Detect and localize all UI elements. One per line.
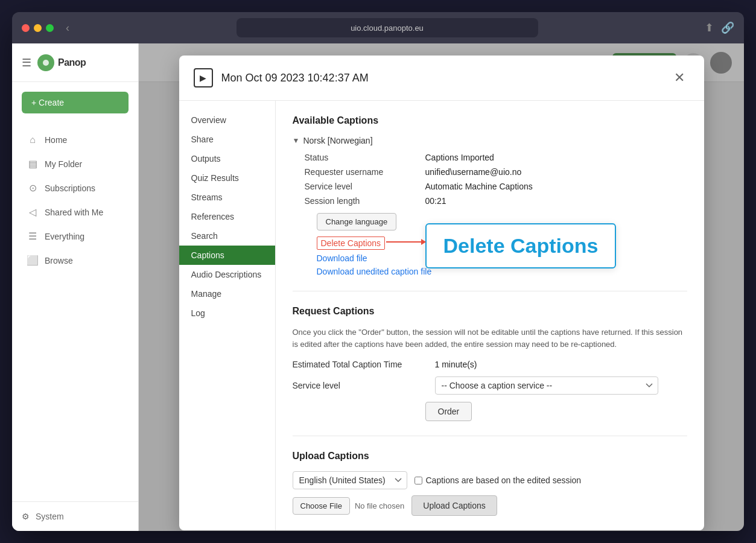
modal-nav-references[interactable]: References — [179, 207, 275, 226]
upload-captions-title: Upload Captions — [293, 451, 687, 462]
sidebar-item-everything[interactable]: ☰ Everything — [17, 224, 133, 248]
edited-session-checkbox[interactable] — [415, 477, 422, 484]
delete-captions-link[interactable]: Delete Captions — [317, 237, 386, 250]
system-label: System — [36, 512, 64, 521]
estimated-value: 1 minute(s) — [435, 360, 477, 369]
detail-row-service-level: Service level Automatic Machine Captions — [305, 182, 687, 191]
browser-actions: ⬆ 🔗 — [705, 21, 734, 34]
edited-session-checkbox-label[interactable]: Captions are based on the edited session — [415, 475, 582, 485]
requester-label: Requester username — [305, 167, 425, 177]
status-value: Captions Imported — [425, 153, 494, 162]
url-text: uio.cloud.panopto.eu — [351, 24, 424, 33]
logo-icon — [37, 54, 54, 71]
app-content: ☰ Panop + Create ⌂ Home ▤ — [12, 43, 744, 531]
back-icon[interactable]: ‹ — [66, 22, 69, 34]
modal-nav-share[interactable]: Share — [179, 130, 275, 149]
sidebar-header: ☰ Panop — [12, 43, 138, 82]
upload-row-2: Choose File No file chosen Upload Captio… — [293, 495, 687, 516]
home-icon: ⌂ — [27, 135, 39, 145]
delete-captions-tooltip: Delete Captions — [425, 223, 617, 268]
modal-nav-outputs[interactable]: Outputs — [179, 149, 275, 168]
traffic-lights — [22, 24, 54, 32]
subscriptions-icon: ⊙ — [27, 182, 39, 194]
modal-nav-streams[interactable]: Streams — [179, 188, 275, 207]
estimated-time-row: Estimated Total Caption Time 1 minute(s) — [293, 360, 687, 369]
upload-captions-section: Upload Captions English (United States) … — [293, 451, 687, 516]
address-bar[interactable]: uio.cloud.panopto.eu — [237, 18, 538, 37]
caption-service-select[interactable]: -- Choose a caption service -- — [435, 376, 658, 395]
caption-actions: Change language Delete Captions — [317, 213, 687, 276]
modal-dialog: ▶ Mon Oct 09 2023 10:42:37 AM ✕ Overview… — [179, 56, 704, 530]
upload-captions-button[interactable]: Upload Captions — [411, 495, 497, 516]
choose-file-button[interactable]: Choose File — [293, 497, 350, 515]
main-content: + Subscribe ? ▶ Mon Oct 09 2023 10:42:37… — [139, 43, 744, 531]
close-button-traffic[interactable] — [22, 24, 30, 32]
service-level-form-label: Service level — [293, 381, 425, 390]
sidebar-footer: ⚙ System — [12, 501, 138, 531]
modal-nav-captions[interactable]: Captions — [179, 246, 275, 265]
change-language-button[interactable]: Change language — [317, 213, 397, 230]
create-button[interactable]: + Create — [22, 92, 129, 113]
video-icon: ▶ — [194, 68, 213, 87]
system-icon: ⚙ — [22, 512, 30, 521]
browse-icon: ⬜ — [27, 255, 39, 266]
session-length-label: Session length — [305, 196, 425, 206]
detail-row-requester: Requester username unified\username@uio.… — [305, 167, 687, 177]
upload-row-1: English (United States) Captions are bas… — [293, 471, 687, 489]
no-file-text: No file chosen — [355, 501, 404, 510]
expand-arrow-icon[interactable]: ▼ — [293, 136, 300, 145]
sidebar-item-browse[interactable]: ⬜ Browse — [17, 249, 133, 272]
modal-nav-quiz-results[interactable]: Quiz Results — [179, 168, 275, 188]
language-name: Norsk [Norwegian] — [303, 136, 372, 145]
requester-value: unified\username@uio.no — [425, 167, 522, 177]
everything-icon: ☰ — [27, 230, 39, 242]
modal-nav-overview[interactable]: Overview — [179, 110, 275, 130]
modal-header: ▶ Mon Oct 09 2023 10:42:37 AM ✕ — [179, 56, 704, 101]
sidebar-item-my-folder[interactable]: ▤ My Folder — [17, 152, 133, 176]
available-captions-section: Available Captions ▼ Norsk [Norwegian] S… — [293, 115, 687, 276]
sidebar-item-system[interactable]: ⚙ System — [22, 512, 129, 521]
minimize-button-traffic[interactable] — [34, 24, 42, 32]
detail-row-status: Status Captions Imported — [305, 153, 687, 162]
caption-details: Status Captions Imported Requester usern… — [305, 153, 687, 276]
modal-nav-manage[interactable]: Manage — [179, 284, 275, 303]
service-level-value: Automatic Machine Captions — [425, 182, 533, 191]
modal-close-button[interactable]: ✕ — [669, 68, 690, 88]
modal-title: Mon Oct 09 2023 10:42:37 AM — [221, 72, 661, 84]
request-captions-section: Request Captions Once you click the "Ord… — [293, 306, 687, 421]
share-icon: ◁ — [27, 206, 39, 218]
modal-nav-audio-descriptions[interactable]: Audio Descriptions — [179, 265, 275, 284]
share-icon[interactable]: ⬆ — [705, 21, 714, 34]
file-input-wrapper: Choose File No file chosen — [293, 497, 405, 515]
svg-point-0 — [43, 60, 49, 66]
request-captions-title: Request Captions — [293, 306, 687, 317]
modal-nav-search[interactable]: Search — [179, 226, 275, 246]
maximize-button-traffic[interactable] — [46, 24, 54, 32]
modal-overlay: ▶ Mon Oct 09 2023 10:42:37 AM ✕ Overview… — [139, 43, 744, 531]
delete-captions-wrapper: Delete Captions Delete — [317, 237, 687, 250]
upload-language-select[interactable]: English (United States) — [293, 471, 407, 489]
request-description: Once you click the "Order" button, the s… — [293, 326, 687, 350]
browser-window: ‹ uio.cloud.panopto.eu ⬆ 🔗 ☰ Panop — [12, 12, 744, 531]
sidebar: ☰ Panop + Create ⌂ Home ▤ — [12, 43, 139, 531]
available-captions-title: Available Captions — [293, 115, 687, 126]
checkbox-label-text: Captions are based on the edited session — [426, 475, 582, 485]
order-button[interactable]: Order — [425, 402, 472, 421]
modal-nav-log[interactable]: Log — [179, 303, 275, 323]
sidebar-nav: ⌂ Home ▤ My Folder ⊙ Subscriptions ◁ Sha… — [12, 123, 138, 501]
session-length-value: 00:21 — [425, 196, 446, 206]
browser-titlebar: ‹ uio.cloud.panopto.eu ⬆ 🔗 — [12, 12, 744, 43]
caption-language: ▼ Norsk [Norwegian] Status Captions Impo… — [293, 136, 687, 276]
sidebar-item-shared-with-me[interactable]: ◁ Shared with Me — [17, 200, 133, 224]
bookmark-icon[interactable]: 🔗 — [721, 21, 734, 34]
sidebar-item-subscriptions[interactable]: ⊙ Subscriptions — [17, 176, 133, 200]
estimated-label: Estimated Total Caption Time — [293, 360, 425, 369]
hamburger-icon[interactable]: ☰ — [22, 56, 31, 69]
sidebar-item-label: Shared with Me — [45, 208, 103, 217]
language-header: ▼ Norsk [Norwegian] — [293, 136, 687, 145]
service-level-label: Service level — [305, 182, 425, 191]
sidebar-item-label: Everything — [45, 232, 84, 241]
sidebar-item-home[interactable]: ⌂ Home — [17, 129, 133, 151]
modal-nav: Overview Share Outputs Quiz Results Stre… — [179, 101, 276, 530]
detail-row-session-length: Session length 00:21 — [305, 196, 687, 206]
